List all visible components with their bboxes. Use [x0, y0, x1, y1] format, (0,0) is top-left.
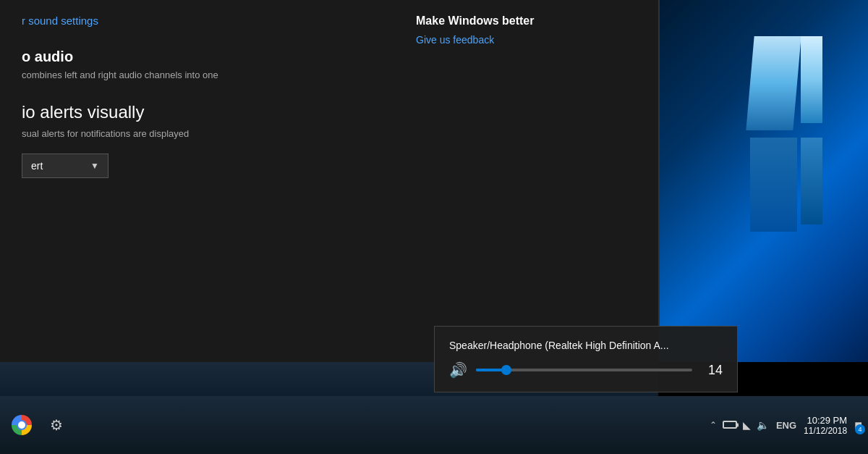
panel-divider: [658, 0, 660, 362]
make-windows-better-section: Make Windows better Give us feedback: [401, 0, 658, 61]
desktop-wallpaper: [658, 0, 868, 362]
dropdown-value: ert: [31, 160, 43, 172]
volume-slider[interactable]: [476, 369, 692, 371]
volume-device-name: Speaker/Headphone (Realtek High Definiti…: [449, 340, 723, 351]
volume-control-row: 🔊 14: [449, 361, 723, 379]
give-feedback-link[interactable]: Give us feedback: [416, 34, 494, 46]
volume-tray-icon[interactable]: 🔈: [757, 419, 769, 431]
visual-alerts-desc: sual alerts for notifications are displa…: [22, 128, 637, 139]
battery-icon: [723, 419, 737, 431]
notification-count-badge: 4: [855, 424, 865, 434]
gear-icon: ⚙: [50, 416, 63, 434]
language-indicator[interactable]: ENG: [776, 420, 796, 431]
visual-alert-dropdown[interactable]: ert ▼: [22, 154, 109, 178]
chrome-icon: [12, 415, 32, 435]
volume-popup: Speaker/Headphone (Realtek High Definiti…: [434, 326, 738, 392]
taskbar: ⚙ ⌃ ◣ 🔈 ENG 10:29 PM 11/12/2018 ■ 4: [0, 396, 868, 454]
settings-taskbar-button[interactable]: ⚙: [41, 409, 72, 441]
tray-expand-icon[interactable]: ⌃: [710, 420, 717, 430]
clock-time: 10:29 PM: [804, 415, 847, 426]
system-tray: ⌃ ◣ 🔈: [710, 419, 769, 431]
make-windows-better-title: Make Windows better: [416, 14, 644, 28]
speaker-icon: 🔊: [449, 361, 467, 379]
notification-center-button[interactable]: ■ 4: [854, 418, 862, 433]
win-logo-pane-tl: [746, 36, 801, 130]
win-logo-pane-tr: [801, 36, 822, 123]
win-logo-pane-br: [801, 138, 822, 224]
chevron-down-icon: ▼: [90, 161, 99, 171]
clock-date: 11/12/2018: [804, 426, 847, 436]
win-logo-pane-bl: [750, 138, 797, 232]
wifi-icon[interactable]: ◣: [743, 419, 751, 431]
taskbar-left: ⚙: [6, 409, 72, 441]
taskbar-right: ⌃ ◣ 🔈 ENG 10:29 PM 11/12/2018 ■ 4: [710, 415, 862, 436]
volume-slider-thumb: [501, 365, 511, 375]
chrome-taskbar-button[interactable]: [6, 409, 38, 441]
volume-value: 14: [701, 363, 723, 378]
windows-logo-light: [728, 22, 844, 311]
clock-block[interactable]: 10:29 PM 11/12/2018: [804, 415, 847, 436]
mono-audio-desc: combines left and right audio channels i…: [22, 70, 637, 80]
battery-indicator: [723, 421, 737, 429]
visual-alerts-title: io alerts visually: [22, 102, 637, 122]
